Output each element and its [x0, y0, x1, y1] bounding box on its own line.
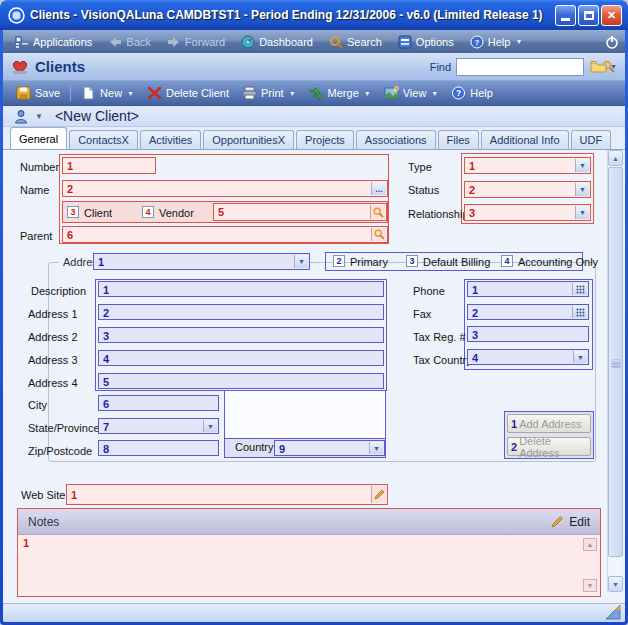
- tab-associations[interactable]: Associations: [356, 130, 436, 149]
- address4-field[interactable]: 5: [98, 373, 384, 389]
- parent-magnifier-button[interactable]: [371, 228, 386, 241]
- tab-contactsx[interactable]: ContactsX: [69, 130, 138, 149]
- dropdown-arrow-icon[interactable]: ▼: [573, 351, 587, 363]
- zip-postcode-field[interactable]: 8: [98, 440, 219, 456]
- dropdown-arrow-icon[interactable]: ▼: [203, 420, 217, 432]
- close-button[interactable]: ✕: [601, 5, 622, 26]
- name-field[interactable]: 2 ...: [62, 180, 388, 197]
- menu-help[interactable]: ? Help ▼: [464, 33, 529, 51]
- fax-label: Fax: [413, 308, 431, 320]
- tab-additional-info[interactable]: Additional Info: [481, 130, 569, 149]
- menu-options[interactable]: Options: [392, 33, 460, 51]
- notes-textarea[interactable]: 1 ▲ ▼: [18, 535, 600, 595]
- menu-search[interactable]: Search: [323, 33, 388, 51]
- description-field[interactable]: 1: [98, 281, 384, 297]
- magnifier-icon: [374, 229, 385, 240]
- fax-field[interactable]: 2: [467, 304, 589, 320]
- website-field[interactable]: 1: [66, 484, 388, 505]
- tab-activities[interactable]: Activities: [140, 130, 201, 149]
- title-bar[interactable]: Clients - VisionQALuna CAMDBTST1 - Perio…: [0, 0, 628, 30]
- tax-country-dropdown[interactable]: 4 ▼: [467, 349, 589, 365]
- dropdown-arrow-icon[interactable]: ▼: [575, 206, 589, 219]
- status-dropdown[interactable]: 2 ▼: [464, 181, 591, 198]
- accounting-only-checkbox-label: Accounting Only: [518, 256, 598, 268]
- tax-reg-field[interactable]: 3: [467, 326, 589, 342]
- print-button[interactable]: Print ▼: [237, 84, 301, 102]
- type-dropdown[interactable]: 1 ▼: [464, 157, 591, 174]
- name-label: Name: [20, 184, 49, 196]
- number-field[interactable]: 1: [62, 157, 156, 174]
- address3-field[interactable]: 4: [98, 350, 384, 366]
- menu-applications[interactable]: Applications: [9, 33, 98, 51]
- notes-edit-button[interactable]: Edit: [551, 515, 590, 529]
- tab-udf[interactable]: UDF: [571, 130, 612, 149]
- delete-icon: [147, 86, 162, 100]
- primary-checkbox[interactable]: 2: [333, 255, 345, 267]
- vendor-checkbox[interactable]: 4: [142, 206, 154, 218]
- notes-scroll-up-button[interactable]: ▲: [583, 538, 597, 551]
- website-edit-button[interactable]: [371, 486, 386, 503]
- vertical-scrollbar[interactable]: ▲ ▼: [607, 150, 622, 592]
- dropdown-arrow-icon[interactable]: ▼: [369, 442, 383, 454]
- number-label: Number: [20, 161, 59, 173]
- dialpad-icon: [576, 285, 585, 294]
- client-checkbox[interactable]: 3: [67, 206, 79, 218]
- fax-dialer-button[interactable]: [572, 306, 587, 318]
- scrollbar-thumb[interactable]: [608, 167, 623, 557]
- notes-scroll-down-button[interactable]: ▼: [583, 579, 597, 592]
- add-address-button[interactable]: 1 Add Address: [507, 414, 591, 433]
- status-label: Status: [408, 184, 439, 196]
- tab-files[interactable]: Files: [438, 130, 479, 149]
- search-icon: [329, 35, 343, 49]
- city-field[interactable]: 6: [98, 395, 219, 411]
- maximize-button[interactable]: [578, 5, 599, 26]
- type-label: Type: [408, 161, 432, 173]
- view-button[interactable]: View ▼: [379, 84, 444, 102]
- new-button[interactable]: New ▼: [76, 84, 139, 102]
- delete-client-button[interactable]: Delete Client: [142, 84, 234, 102]
- relationship-dropdown[interactable]: 3 ▼: [464, 204, 591, 221]
- tab-general[interactable]: General: [10, 127, 67, 149]
- vendor-checkbox-label: Vendor: [159, 207, 194, 219]
- person-icon[interactable]: [13, 109, 31, 124]
- menu-back[interactable]: Back: [102, 33, 156, 51]
- merge-caret-icon: ▼: [364, 90, 371, 97]
- dropdown-arrow-icon[interactable]: ▼: [575, 183, 589, 196]
- scroll-down-button[interactable]: ▼: [608, 576, 623, 592]
- address1-field[interactable]: 2: [98, 304, 384, 320]
- default-billing-checkbox[interactable]: 3: [406, 255, 418, 267]
- tab-projects[interactable]: Projects: [296, 130, 354, 149]
- tab-opportunitiesx[interactable]: OpportunitiesX: [203, 130, 294, 149]
- website-label: Web Site: [21, 489, 65, 501]
- minimize-button[interactable]: [555, 5, 576, 26]
- merge-button[interactable]: Merge ▼: [304, 84, 376, 102]
- address2-field[interactable]: 3: [98, 327, 384, 343]
- page-title: Clients: [35, 58, 85, 75]
- resize-grip-icon[interactable]: [605, 605, 621, 620]
- address-selector-dropdown[interactable]: 1 ▼: [93, 253, 310, 270]
- menu-dashboard[interactable]: Dashboard: [235, 33, 319, 51]
- state-province-dropdown[interactable]: 7 ▼: [98, 418, 219, 434]
- lookup-field[interactable]: 5: [213, 203, 387, 221]
- name-browse-button[interactable]: ...: [371, 182, 386, 195]
- record-header: ▼ <New Client>: [3, 106, 625, 127]
- toolbar-help-button[interactable]: ? Help: [446, 84, 498, 102]
- delete-address-button[interactable]: 2 Delete Address: [507, 437, 591, 456]
- record-caret-icon[interactable]: ▼: [35, 112, 43, 121]
- lookup-magnifier-button[interactable]: [370, 205, 385, 219]
- save-button[interactable]: Save: [11, 84, 65, 102]
- dropdown-arrow-icon[interactable]: ▼: [294, 255, 308, 268]
- menu-forward[interactable]: Forward: [161, 33, 231, 51]
- find-folder-button[interactable]: ▼: [590, 60, 617, 73]
- phone-field[interactable]: 1: [467, 281, 589, 297]
- parent-field[interactable]: 6: [62, 226, 388, 243]
- dropdown-arrow-icon[interactable]: ▼: [575, 159, 589, 172]
- country-dropdown[interactable]: 9 ▼: [274, 440, 385, 456]
- accounting-only-checkbox[interactable]: 4: [501, 255, 513, 267]
- view-icon: [384, 86, 399, 100]
- scroll-up-button[interactable]: ▲: [608, 150, 623, 166]
- phone-dialer-button[interactable]: [572, 283, 587, 295]
- find-input[interactable]: [457, 60, 602, 74]
- toolbar-separator: [70, 85, 71, 101]
- power-icon[interactable]: [605, 35, 619, 49]
